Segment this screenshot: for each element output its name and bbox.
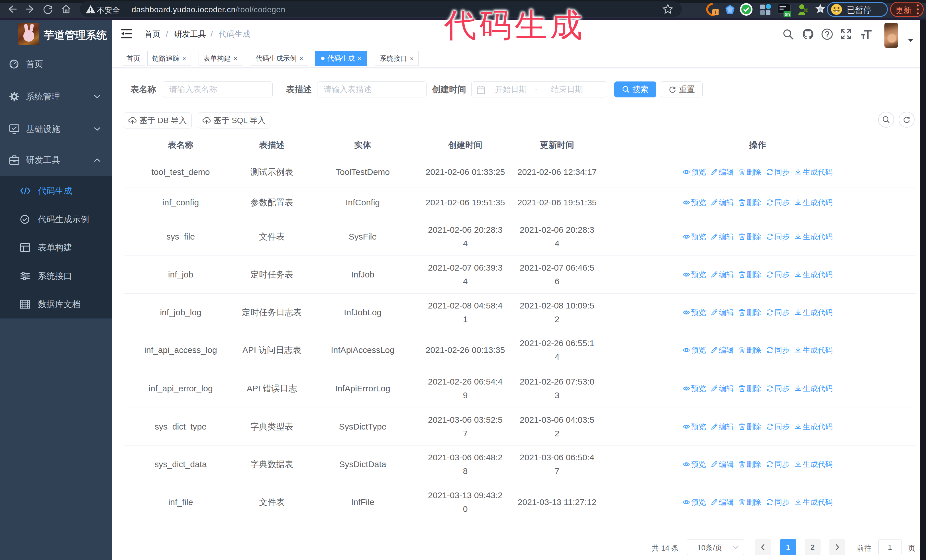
svg-text:on: on [785, 12, 790, 17]
